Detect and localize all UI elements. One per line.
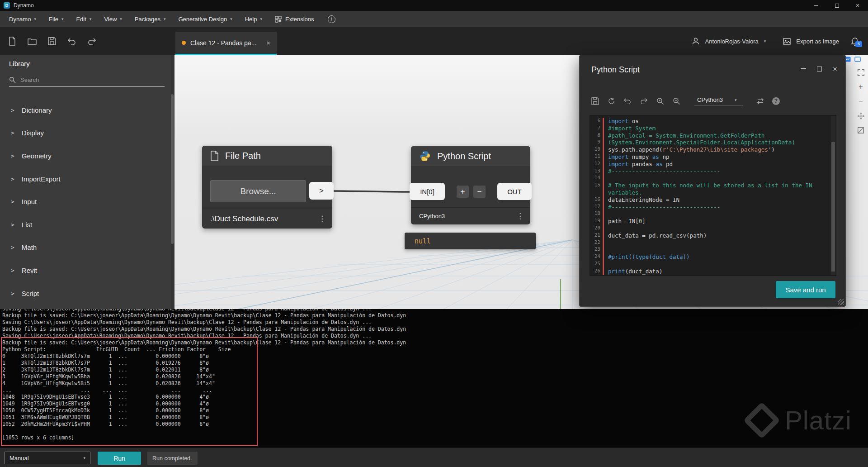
code-line[interactable]: 18 — [590, 210, 830, 218]
library-item-geometry[interactable]: >Geometry — [0, 144, 175, 167]
code-line[interactable]: 20 — [590, 225, 830, 232]
library-item-dictionary[interactable]: >Dictionary — [0, 99, 175, 122]
python-output-port[interactable]: OUT — [497, 183, 532, 200]
code-line[interactable]: 15# The inputs to this node will be stor… — [590, 182, 830, 189]
open-file-button[interactable] — [27, 36, 37, 46]
code-line[interactable]: 9(System.Environment.SpecialFolder.Local… — [590, 139, 830, 146]
code-line[interactable]: 26print(duct_data) — [590, 268, 830, 275]
undo-button[interactable] — [67, 36, 77, 46]
menu-edit[interactable]: Edit▾ — [70, 11, 98, 27]
code-lines: 6import os7#import System8#path_local = … — [590, 118, 830, 275]
zoom-to-fit-button[interactable] — [856, 68, 865, 77]
save-button[interactable] — [47, 36, 57, 46]
menu-dynamo[interactable]: Dynamo▾ — [3, 11, 42, 27]
save-and-run-button[interactable]: Save and run — [776, 281, 835, 298]
code-line[interactable]: 8#path_local = System.Environment.GetFol… — [590, 132, 830, 139]
code-line[interactable]: 13#-------------------------------- — [590, 168, 830, 175]
redo-button[interactable] — [87, 36, 97, 46]
tab-close-icon[interactable]: × — [266, 39, 270, 47]
menu-extensions[interactable]: Extensions — [269, 11, 321, 27]
library-item-input[interactable]: >Input — [0, 190, 175, 213]
search-input[interactable] — [20, 76, 165, 83]
info-icon[interactable]: i — [328, 15, 335, 23]
window-close-button[interactable]: × — [847, 0, 868, 11]
add-input-button[interactable]: + — [457, 186, 469, 198]
zoom-in-button[interactable]: + — [856, 82, 865, 91]
code-editor[interactable]: 6import os7#import System8#path_local = … — [590, 115, 836, 276]
library-item-list[interactable]: >List — [0, 213, 175, 236]
code-line[interactable]: 16dataEnteringNode = IN — [590, 196, 830, 204]
undo-icon[interactable] — [623, 96, 632, 105]
code-line[interactable]: 14 — [590, 175, 830, 182]
library-item-display[interactable]: >Display — [0, 122, 175, 145]
library-item-script[interactable]: >Script — [0, 282, 175, 305]
code-line[interactable]: 25 — [590, 261, 830, 268]
orbit-button[interactable] — [856, 126, 865, 135]
code-scrollbar-track[interactable] — [831, 116, 835, 275]
run-button[interactable]: Run — [98, 452, 141, 465]
dialog-maximize-button[interactable] — [817, 67, 822, 71]
library-search[interactable] — [9, 73, 165, 87]
help-icon[interactable]: ? — [772, 97, 780, 105]
code-line[interactable]: 17#-------------------------------- — [590, 204, 830, 211]
line-number: 21 — [590, 232, 603, 239]
save-script-icon[interactable] — [590, 96, 599, 105]
file-path-output-port[interactable]: > — [309, 182, 334, 200]
zoom-out-text-icon[interactable] — [672, 96, 681, 105]
revert-script-icon[interactable] — [607, 96, 616, 105]
browse-button[interactable]: Browse... — [210, 180, 306, 202]
code-line[interactable]: 19path= IN[0] — [590, 218, 830, 225]
node-options-icon[interactable]: ⋮ — [516, 211, 524, 221]
node-options-icon[interactable]: ⋮ — [318, 214, 326, 224]
zoom-in-text-icon[interactable] — [656, 96, 665, 105]
engine-dropdown[interactable]: CPython3 ▾ — [694, 96, 743, 105]
dialog-minimize-button[interactable] — [801, 68, 806, 69]
code-line[interactable]: 21duct_data = pd.read_csv(path) — [590, 232, 830, 239]
code-line[interactable]: variables. — [590, 189, 830, 196]
menu-packages[interactable]: Packages▾ — [128, 11, 172, 27]
menu-help[interactable]: Help▾ — [239, 11, 269, 27]
library-item-string[interactable]: >String — [0, 305, 175, 309]
code-line[interactable]: 10sys.path.append(r'C:\Python27\Lib\site… — [590, 146, 830, 153]
menu-view[interactable]: View▾ — [98, 11, 128, 27]
code-line[interactable]: 12import pandas as pd — [590, 161, 830, 168]
python-script-node[interactable]: Python Script IN[0] + − OUT CPython3 ⋮ — [411, 146, 530, 224]
dialog-resize-grip[interactable] — [838, 299, 844, 305]
notifications-button[interactable]: 5 — [851, 37, 859, 46]
minimize-icon — [814, 5, 818, 6]
window-maximize-button[interactable] — [826, 0, 847, 11]
library-item-revit[interactable]: >Revit — [0, 259, 175, 282]
window-minimize-button[interactable] — [806, 0, 826, 11]
export-image-label[interactable]: Export as Image — [796, 38, 839, 45]
menu-generative-design[interactable]: Generative Design▾ — [172, 11, 238, 27]
python-node-header[interactable]: Python Script — [411, 146, 530, 166]
tab-clase-12[interactable]: Clase 12 - Pandas pa... × — [175, 32, 277, 55]
convert-node-icon[interactable] — [756, 96, 765, 105]
remove-input-button[interactable]: − — [473, 186, 486, 198]
file-path-node[interactable]: File Path Browse... > .\Duct Schedule.cs… — [202, 146, 332, 229]
library-item-importexport[interactable]: >ImportExport — [0, 167, 175, 191]
code-line[interactable]: 22 — [590, 239, 830, 247]
pan-button[interactable] — [856, 111, 865, 120]
library-item-math[interactable]: >Math — [0, 236, 175, 259]
menu-file[interactable]: File▾ — [42, 11, 70, 27]
code-line[interactable]: 7#import System — [590, 125, 830, 132]
chevron-down-icon[interactable]: ▾ — [764, 39, 766, 43]
code-scrollbar-thumb[interactable] — [831, 142, 835, 272]
python-engine-label: CPython3 — [419, 213, 445, 219]
code-line[interactable]: 23 — [590, 246, 830, 253]
file-path-node-header[interactable]: File Path — [202, 146, 332, 166]
user-name[interactable]: AntonioRojas-Valora — [705, 38, 759, 45]
code-line[interactable]: 11import numpy as np — [590, 153, 830, 161]
python-input-port[interactable]: IN[0] — [410, 183, 445, 200]
redo-icon[interactable] — [639, 96, 648, 105]
python-editor-dialog[interactable]: Python Script × — [579, 55, 846, 307]
dialog-close-button[interactable]: × — [833, 67, 837, 71]
code-line[interactable]: 24#print((type(duct_data)) — [590, 253, 830, 261]
zoom-out-button[interactable]: − — [856, 97, 865, 106]
run-mode-select[interactable]: Manual ▾ — [5, 452, 90, 464]
new-file-button[interactable] — [7, 36, 17, 46]
code-line[interactable]: 6import os — [590, 118, 830, 125]
background-preview-icon[interactable] — [854, 57, 861, 62]
library-scrollbar-thumb[interactable] — [171, 94, 174, 244]
